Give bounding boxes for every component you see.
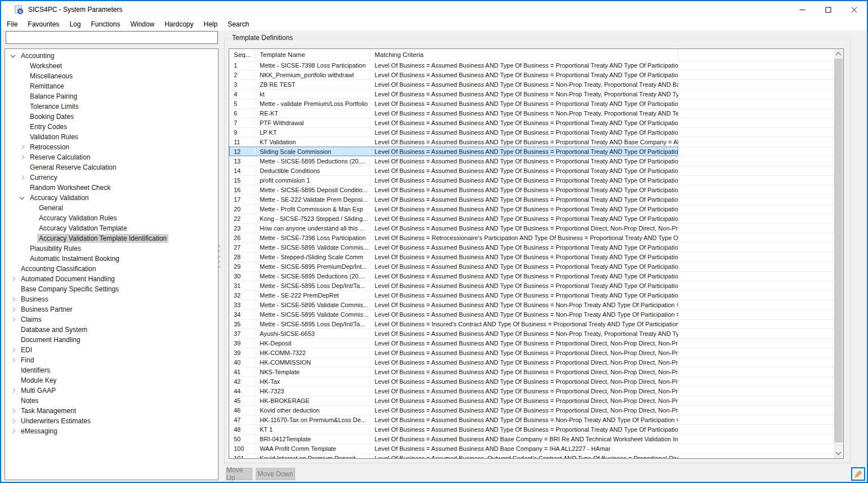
chevron-right-icon[interactable] (20, 175, 24, 180)
table-row[interactable]: 33Mette - SICSE-5895 Validate Commis...L… (229, 300, 834, 310)
chevron-right-icon[interactable] (11, 388, 15, 393)
table-row[interactable]: 48KT 1Level Of Business = Assumed Busine… (229, 425, 834, 435)
tree-item-base-company-specific-settings[interactable]: Base Company Specific Settings (5, 284, 218, 294)
table-row[interactable]: 50BRI-0412TemplateLevel Of Business = As… (229, 435, 834, 444)
tree-item-automated-document-handling[interactable]: Automated Document Handling (5, 274, 218, 284)
chevron-right-icon[interactable] (11, 277, 15, 281)
tree-item-identifiers[interactable]: Identifiers (5, 365, 218, 375)
menu-item-file[interactable]: File (1, 18, 23, 30)
menu-item-favourites[interactable]: Favourites (23, 18, 64, 30)
table-row[interactable]: 28Mette - Stepped-/Sliding Scale CommLev… (229, 252, 834, 262)
tree-item-worksheet[interactable]: Worksheet (5, 61, 218, 71)
table-row[interactable]: 37Ayushi-SICSE-6653Level Of Business = A… (229, 329, 834, 339)
tree-item-random-worksheet-check[interactable]: Random Worksheet Check (5, 183, 218, 193)
chevron-down-icon[interactable] (11, 53, 15, 57)
table-row[interactable]: 31Mette - SICSE-5895 Loss Dep/Int/Ta...L… (229, 281, 834, 291)
move-down-button[interactable]: Move Down (256, 468, 295, 480)
chevron-right-icon[interactable] (11, 297, 15, 302)
tree-item-general-reserve-calculation[interactable]: General Reserve Calculation (5, 162, 218, 172)
chevron-right-icon[interactable] (11, 358, 15, 362)
chevron-right-icon[interactable] (11, 317, 15, 322)
table-row[interactable]: 1Mette - SICSE-7398 Loss ParticipationLe… (229, 61, 834, 70)
tree-item-multi-gaap[interactable]: Multi GAAP (5, 385, 218, 396)
table-row[interactable]: 14Deductible ConditionsLevel Of Business… (229, 166, 834, 176)
chevron-right-icon[interactable] (11, 409, 15, 413)
table-row[interactable]: 2NKK_Premium_portfolio withdrawlLevel Of… (229, 70, 834, 80)
menu-item-hardcopy[interactable]: Hardcopy (159, 18, 198, 30)
tree-item-accuracy-validation-template[interactable]: Accuracy Validation Template (5, 223, 218, 233)
table-row[interactable]: 32Mette - SE-222 PremDepRetLevel Of Busi… (229, 291, 834, 300)
table-row[interactable]: 11KT ValidationLevel Of Business = Assum… (229, 138, 834, 147)
table-row[interactable]: 34Mette - SICSE-5895 Validate Commis...L… (229, 310, 834, 320)
tree-filter-input[interactable] (6, 31, 218, 44)
menu-item-log[interactable]: Log (64, 18, 86, 30)
table-row[interactable]: 17Mette - SE-222 Validate Prem Deposi...… (229, 195, 834, 205)
tree-item-entry-codes[interactable]: Entry Codes (5, 122, 218, 132)
column-header-template-name[interactable]: Template Name (255, 49, 370, 61)
tree-item-accounting[interactable]: Accounting (5, 51, 218, 61)
table-row[interactable]: 41NKS-TemplateLevel Of Business = Assume… (229, 367, 834, 377)
tree-item-task-management[interactable]: Task Management (5, 406, 218, 416)
tree-item-automatic-instalment-booking[interactable]: Automatic Instalment Booking (5, 254, 218, 264)
table-row[interactable]: 42HK-TaxLevel Of Business = Assumed Busi… (229, 377, 834, 387)
menu-item-functions[interactable]: Functions (86, 18, 125, 30)
table-row[interactable]: 5Mette - validate Premium/Loss Portfolio… (229, 99, 834, 109)
scrollbar-thumb[interactable] (834, 59, 843, 442)
tree-item-database-and-system[interactable]: Database and System (5, 325, 218, 335)
tree-item-business[interactable]: Business (5, 294, 218, 304)
tree-item-miscellaneous[interactable]: Miscellaneous (5, 71, 218, 81)
menu-item-help[interactable]: Help (198, 18, 222, 30)
chevron-right-icon[interactable] (11, 348, 15, 352)
tree-item-accuracy-validation-rules[interactable]: Accuracy Validation Rules (5, 213, 218, 223)
table-row[interactable]: 12Sliding Scale CommissionLevel Of Busin… (229, 147, 834, 157)
chevron-right-icon[interactable] (20, 145, 24, 149)
tree-item-accounting-classification[interactable]: Accounting Classification (5, 264, 218, 274)
tree-item-module-key[interactable]: Module Key (5, 375, 218, 385)
chevron-right-icon[interactable] (11, 307, 15, 312)
menu-item-search[interactable]: Search (222, 18, 254, 30)
minimize-button[interactable] (789, 1, 815, 18)
tree-item-edi[interactable]: EDI (5, 345, 218, 355)
table-row[interactable]: 4ktLevel Of Business = Assumed Business … (229, 90, 834, 99)
table-row[interactable]: 22Kong - SICSE-7523 Stepped / Sliding...… (229, 214, 834, 224)
table-row[interactable]: 27Mette - SICSE-5895 Validate Commis...L… (229, 243, 834, 252)
tree-item-underwriters-estimates[interactable]: Underwriters Estimates (5, 416, 218, 426)
table-row[interactable]: 101Kovid Interest on Premium DepositLeve… (229, 454, 834, 458)
scroll-down-button[interactable] (834, 449, 843, 458)
table-row[interactable]: 13Mette - SICSE-5895 Deductions (20....L… (229, 157, 834, 166)
tree-item-general[interactable]: General (5, 203, 218, 213)
tree-item-accuracy-validation[interactable]: Accuracy Validation (5, 193, 218, 203)
tree-item-business-partner[interactable]: Business Partner (5, 304, 218, 314)
table-row[interactable]: 39HK-COMM-7322Level Of Business = Assume… (229, 348, 834, 358)
table-row[interactable]: 26Mette - SICSE-7398 Loss ParticipationL… (229, 233, 834, 243)
tree-item-plausibility-rules[interactable]: Plausibility Rules (5, 243, 218, 254)
tree-item-emessaging[interactable]: eMessaging (5, 426, 218, 436)
table-row[interactable]: 15profit commision 1Level Of Business = … (229, 176, 834, 185)
tree-item-reserve-calculation[interactable]: Reserve Calculation (5, 152, 218, 162)
tree-item-remittance[interactable]: Remittance (5, 81, 218, 91)
table-row[interactable]: 6RE-KTLevel Of Business = Assumed Busine… (229, 109, 834, 118)
table-row[interactable]: 23How can anyone understand all this ...… (229, 224, 834, 233)
chevron-right-icon[interactable] (20, 155, 24, 159)
table-row[interactable]: 100WAA Profit Comm TemplateLevel Of Busi… (229, 444, 834, 454)
table-row[interactable]: 35Mette - SICSE-5895 Loss Dep/Int/Ta...L… (229, 320, 834, 329)
table-row[interactable]: 40HK-COMMISSIONLevel Of Business = Assum… (229, 358, 834, 367)
table-row[interactable]: 47HK-11670-Tax on Premium&Loss De...Leve… (229, 415, 834, 425)
tree-item-tolerance-limits[interactable]: Tolerance Limits (5, 101, 218, 112)
tree-item-validation-rules[interactable]: Validation Rules (5, 132, 218, 142)
table-row[interactable]: 44HK-7323Level Of Business = Assumed Bus… (229, 387, 834, 396)
pane-splitter[interactable] (218, 245, 221, 268)
table-row[interactable]: 30Mette - SICSE-5895 Deductions (20....L… (229, 272, 834, 281)
tree-item-retrocession[interactable]: Retrocession (5, 142, 218, 152)
tree-item-booking-dates[interactable]: Booking Dates (5, 112, 218, 122)
tree-item-claims[interactable]: Claims (5, 314, 218, 325)
table-row[interactable]: 9LP KTLevel Of Business = Assumed Busine… (229, 128, 834, 138)
tree-item-balance-pairing[interactable]: Balance Pairing (5, 91, 218, 101)
column-header-seq[interactable]: Seq... (229, 49, 255, 61)
maximize-button[interactable] (815, 1, 841, 18)
scroll-up-button[interactable] (834, 49, 843, 59)
edit-button[interactable] (851, 467, 865, 481)
chevron-right-icon[interactable] (11, 429, 15, 433)
tree-item-notes[interactable]: Notes (5, 396, 218, 406)
table-row[interactable]: 46Kovid other deductionLevel Of Business… (229, 406, 834, 415)
